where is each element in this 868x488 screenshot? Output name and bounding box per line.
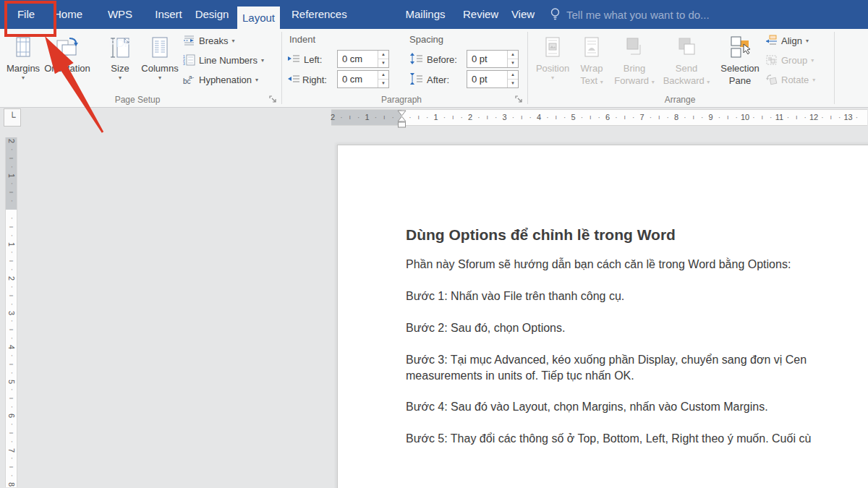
- spacing-after-input[interactable]: 0 pt ▲▼: [467, 70, 519, 88]
- spacing-before-label: Before:: [427, 54, 457, 65]
- tab-layout[interactable]: Layout: [237, 7, 280, 29]
- columns-icon: [140, 30, 179, 62]
- paragraph-group-label: Paragraph: [358, 95, 445, 105]
- rotate-icon: [765, 74, 778, 85]
- tab-stop-selector[interactable]: └: [4, 108, 21, 127]
- arrange-group-label: Arrange: [637, 95, 723, 105]
- indent-section-label: Indent: [289, 34, 315, 45]
- tab-wps-pdf[interactable]: WPS PDF: [98, 0, 142, 29]
- dropdown-caret: ▾: [231, 38, 234, 44]
- indent-right-icon: [287, 73, 300, 85]
- align-icon: [765, 35, 778, 46]
- indent-right-input[interactable]: 0 cm ▲▼: [337, 70, 389, 88]
- page-setup-group-label: Page Setup: [94, 95, 181, 105]
- group-separator: [281, 32, 282, 104]
- align-button[interactable]: Align ▾: [765, 33, 809, 48]
- breaks-button[interactable]: Breaks ▾: [183, 33, 234, 48]
- dropdown-caret: ▾: [806, 38, 809, 44]
- tab-stop-icon: └: [9, 111, 15, 122]
- orientation-button[interactable]: Orientation ▾: [43, 30, 91, 106]
- line-numbers-button[interactable]: 1 2 3 Line Numbers ▾: [183, 52, 264, 68]
- spacing-before-input[interactable]: 0 pt ▲▼: [467, 50, 519, 68]
- margins-icon: [4, 30, 42, 62]
- lightbulb-icon: [550, 7, 561, 22]
- tell-me-placeholder: Tell me what you want to do...: [566, 9, 710, 21]
- dropdown-caret: ▾: [812, 77, 815, 83]
- document-line[interactable]: Phần này Sforum sẽ hướng dẫn bạn cách că…: [406, 258, 791, 271]
- document-page[interactable]: Dùng Options để chỉnh lề trong Word Phần…: [337, 145, 868, 488]
- dropdown-caret: ▾: [534, 74, 571, 82]
- dropdown-caret: ▾: [4, 74, 42, 82]
- document-heading[interactable]: Dùng Options để chỉnh lề trong Word: [406, 226, 676, 244]
- group-separator: [527, 32, 528, 104]
- spinner-arrows[interactable]: ▲▼: [378, 71, 388, 87]
- breaks-icon: [183, 35, 195, 46]
- indent-right-label: Right:: [302, 74, 327, 85]
- position-button[interactable]: Position ▾: [534, 30, 571, 106]
- dropdown-caret: ▾: [600, 79, 603, 85]
- indent-left-icon: [287, 53, 300, 64]
- tab-file[interactable]: File: [6, 0, 46, 29]
- spinner-arrows[interactable]: ▲▼: [378, 51, 388, 67]
- tell-me-box[interactable]: Tell me what you want to do...: [550, 0, 710, 29]
- bring-forward-icon: [612, 30, 657, 62]
- orientation-icon: [43, 30, 91, 62]
- dropdown-caret: ▾: [255, 77, 258, 83]
- rotate-button[interactable]: Rotate ▾: [765, 72, 815, 87]
- tab-references[interactable]: References: [292, 0, 344, 29]
- horizontal-ruler[interactable]: 1234567891011121312·ı··ı··ı··ı··ı··ı··ı·…: [331, 109, 867, 126]
- document-line[interactable]: Bước 2: Sau đó, chọn Options.: [406, 322, 565, 335]
- dropdown-caret: ▾: [140, 74, 179, 82]
- hyphenation-icon: bc a-: [183, 74, 195, 85]
- dropdown-caret: ▾: [103, 74, 137, 82]
- spacing-after-label: After:: [427, 74, 449, 85]
- indent-left-input[interactable]: 0 cm ▲▼: [337, 50, 389, 68]
- spacing-section-label: Spacing: [409, 34, 443, 45]
- dropdown-caret: ▾: [261, 57, 264, 64]
- svg-text:3: 3: [183, 61, 185, 66]
- dropdown-caret: ▾: [707, 79, 710, 85]
- tab-mailings[interactable]: Mailings: [402, 0, 448, 29]
- tab-view[interactable]: View: [509, 0, 537, 29]
- position-icon: [534, 30, 571, 62]
- tab-review[interactable]: Review: [463, 0, 496, 29]
- margins-button[interactable]: Margins ▾: [4, 30, 42, 106]
- document-line[interactable]: Bước 5: Thay đổi các thông số ở Top, Bot…: [406, 432, 811, 445]
- dropdown-caret: ▾: [43, 74, 91, 82]
- document-line[interactable]: Bước 1: Nhấn vào File trên thanh công cụ…: [406, 290, 624, 303]
- dropdown-caret: ▾: [811, 57, 814, 64]
- ribbon-tab-bar: File Home WPS PDF Insert Design Layout R…: [0, 0, 868, 29]
- indent-left-label: Left:: [304, 54, 322, 65]
- svg-text:a-: a-: [189, 74, 194, 80]
- page-setup-dialog-launcher[interactable]: [269, 94, 279, 104]
- document-line[interactable]: Bước 4: Sau đó vào Layout, chọn Margins,…: [406, 401, 768, 414]
- tab-home[interactable]: Home: [52, 0, 84, 29]
- line-numbers-icon: 1 2 3: [183, 54, 195, 66]
- indent-marker[interactable]: [396, 110, 407, 128]
- word-window: File Home WPS PDF Insert Design Layout R…: [0, 0, 868, 488]
- send-backward-icon: [660, 30, 713, 62]
- tab-design[interactable]: Design: [194, 0, 230, 29]
- wrap-text-icon: [576, 30, 608, 62]
- hyphenation-button[interactable]: bc a- Hyphenation ▾: [183, 72, 258, 87]
- dropdown-caret: ▾: [652, 79, 655, 85]
- paragraph-dialog-launcher[interactable]: [515, 94, 525, 104]
- group-separator: [834, 32, 835, 104]
- wrap-text-button[interactable]: Wrap Text ▾: [576, 30, 608, 106]
- tab-insert[interactable]: Insert: [153, 0, 184, 29]
- spinner-arrows[interactable]: ▲▼: [507, 71, 518, 87]
- spacing-after-icon: [410, 73, 423, 85]
- group-icon: [765, 54, 778, 66]
- spacing-before-icon: [410, 53, 423, 64]
- document-line[interactable]: measurements in units of. Tiếp tục nhấn …: [406, 369, 634, 382]
- group-button[interactable]: Group ▾: [765, 52, 814, 68]
- document-line[interactable]: Bước 3: Tại mục Advanced, kéo xuống phần…: [406, 354, 807, 367]
- spinner-arrows[interactable]: ▲▼: [507, 51, 518, 67]
- selection-pane-icon: [716, 30, 764, 62]
- vertical-ruler[interactable]: 1234567812·ı··ı··ı··ı··ı··ı··ı··ı··ı··ı·: [5, 137, 17, 487]
